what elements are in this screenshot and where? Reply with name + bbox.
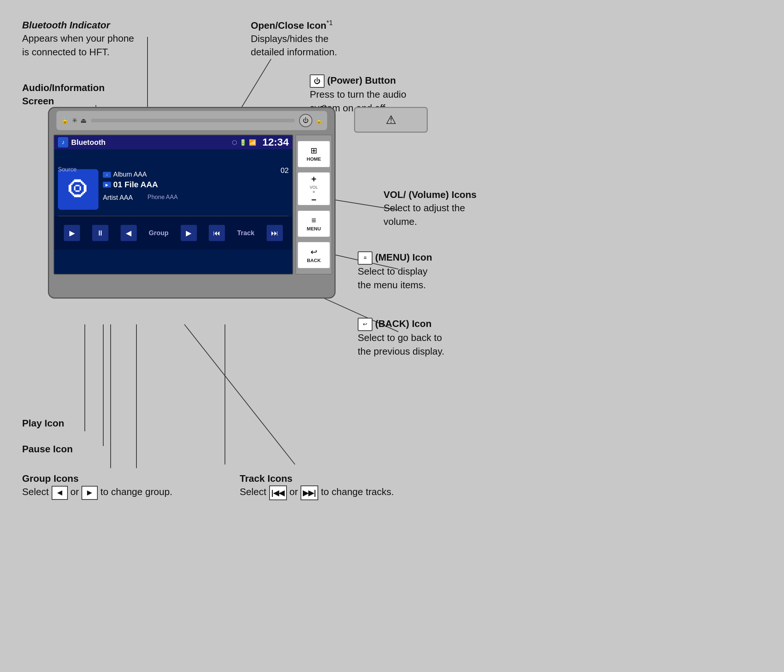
top-bar: 🔒 ✳ ⏏ ⏻ 🔒: [56, 111, 327, 130]
back-icon-title: (BACK) Icon: [375, 318, 431, 329]
album-art: ⭗: [58, 169, 98, 210]
play-button[interactable]: ▶: [64, 225, 80, 241]
open-close-superscript: *1: [327, 19, 333, 26]
phone-name: Phone AAA: [148, 194, 178, 202]
bluetooth-label: Bluetooth: [71, 138, 229, 147]
screen-status-icons: ⬡ 🔋 📶: [232, 139, 256, 146]
menu-icon: ≡: [312, 216, 316, 225]
play-icon-annotation: Play Icon: [22, 416, 64, 430]
pause-icon-title: Pause Icon: [22, 444, 73, 455]
svg-line-11: [184, 324, 295, 464]
file-name: 01 File AAA: [113, 180, 158, 189]
artist-phone-row: Artist AAA Phone AAA: [103, 194, 289, 202]
track-prev-icon: |◀◀: [269, 486, 287, 500]
audio-screen[interactable]: ♪ Bluetooth ⬡ 🔋 📶 12:34 Source 02 ⭗: [53, 135, 293, 275]
bluetooth-indicator-title: Bluetooth Indicator: [22, 20, 110, 31]
vol-annotation: VOL/ (Volume) Icons Select to adjust the…: [384, 188, 476, 228]
screen-controls: ▶ ⏸ ◀ Group ▶ ⏮ Track ⏭: [54, 216, 292, 250]
home-label: HOME: [307, 156, 321, 162]
open-close-title: Open/Close Icon: [251, 20, 327, 31]
source-label: Source: [58, 166, 77, 173]
file-icon: ▶: [103, 182, 111, 188]
play-icon-title: Play Icon: [22, 417, 64, 429]
eject-icon: ⏏: [80, 116, 87, 124]
track-number: 02: [281, 166, 289, 175]
track-icons-annotation: Track Icons Select |◀◀ or ▶▶| to change …: [240, 472, 394, 500]
music-icon: ♪: [58, 137, 68, 147]
track-display: ⭗ ♪ Album AAA ▶ 01 File AAA Artist AAA: [54, 149, 292, 210]
top-right-icon: 🔒: [315, 117, 323, 124]
group-icons-body: Select ◀ or ▶ to change group.: [22, 486, 172, 497]
vol-minus-icon: −: [311, 195, 316, 205]
menu-annotation: ≡ (MENU) Icon Select to displaythe menu …: [358, 251, 432, 292]
track-label: Track: [237, 229, 254, 237]
battery-icon: 🔋: [240, 139, 247, 146]
back-icon-body: Select to go back tothe previous display…: [358, 332, 444, 357]
top-bar-slider: [91, 119, 295, 123]
home-button[interactable]: ⊞ HOME: [298, 141, 330, 168]
outer-bezel: 🔒 ✳ ⏏ ⏻ 🔒 ♪ Bluetooth ⬡ 🔋 📶 12:34: [48, 107, 336, 299]
back-icon: ↩: [311, 247, 317, 257]
lock-icon: 🔒: [61, 116, 69, 124]
power-button[interactable]: ⏻: [299, 114, 312, 127]
back-button[interactable]: ↩ BACK: [298, 242, 330, 268]
device-container: 🔒 ✳ ⏏ ⏻ 🔒 ♪ Bluetooth ⬡ 🔋 📶 12:34: [48, 107, 336, 299]
bluetooth-indicator-body: Appears when your phoneis connected to H…: [22, 33, 134, 57]
pause-button[interactable]: ⏸: [92, 225, 109, 241]
menu-icon-box: ≡: [358, 251, 372, 265]
signal-icon: 📶: [249, 139, 256, 146]
track-icons-title: Track Icons: [240, 473, 292, 484]
menu-button[interactable]: ≡ MENU: [298, 211, 330, 237]
group-left-icon: ◀: [51, 486, 68, 500]
group-right-icon: ▶: [81, 486, 98, 500]
back-label: BACK: [307, 258, 321, 263]
back-icon-box: ↩: [358, 318, 372, 331]
vol-icons-body: Select to adjust thevolume.: [384, 202, 465, 227]
time-display: 12:34: [262, 137, 289, 148]
group-next-button[interactable]: ▶: [181, 225, 197, 241]
bluetooth-large-icon: ⭗: [67, 177, 89, 202]
menu-icon-title: (MENU) Icon: [375, 252, 432, 263]
source-area: Source 02 ⭗ ♪ Album AAA ▶ 01 File AAA: [54, 149, 292, 216]
home-icon: ⊞: [311, 146, 317, 155]
audio-screen-annotation: Audio/InformationScreen: [22, 81, 105, 108]
track-icons-body: Select |◀◀ or ▶▶| to change tracks.: [240, 486, 394, 497]
track-info: ♪ Album AAA ▶ 01 File AAA Artist AAA Pho…: [103, 171, 289, 210]
asterisk-icon: ✳: [72, 116, 78, 124]
group-label: Group: [149, 229, 168, 237]
album-name: Album AAA: [113, 171, 147, 178]
group-icons-annotation: Group Icons Select ◀ or ▶ to change grou…: [22, 472, 172, 500]
track-next-button[interactable]: ⏭: [267, 225, 283, 241]
track-prev-button[interactable]: ⏮: [209, 225, 225, 241]
right-panel: ⊞ HOME + VOL≡ − ≡ MENU ↩ BACK: [296, 135, 332, 275]
artist-name: Artist AAA: [103, 194, 133, 202]
pause-icon-annotation: Pause Icon: [22, 442, 73, 456]
file-row: ▶ 01 File AAA: [103, 180, 289, 189]
vol-button[interactable]: + VOL≡ −: [298, 172, 330, 205]
bluetooth-indicator-annotation: Bluetooth Indicator Appears when your ph…: [22, 19, 134, 59]
audio-screen-title: Audio/InformationScreen: [22, 82, 105, 107]
menu-label: MENU: [307, 226, 321, 231]
menu-icon-body: Select to displaythe menu items.: [358, 266, 428, 290]
album-icon: ♪: [103, 172, 111, 178]
bluetooth-status-icon: ⬡: [232, 139, 237, 146]
vol-label: VOL≡: [310, 185, 318, 194]
top-bar-icons: 🔒 ✳ ⏏: [61, 116, 87, 124]
warning-button[interactable]: ⚠: [354, 107, 428, 133]
group-icons-title: Group Icons: [22, 473, 79, 484]
vol-icons-title: VOL/ (Volume) Icons: [384, 189, 476, 200]
power-icon: ⏻: [310, 74, 325, 88]
open-close-body: Displays/hides thedetailed information.: [251, 33, 337, 57]
warning-icon: ⚠: [386, 113, 397, 127]
vol-plus-icon: +: [311, 174, 316, 184]
power-button-title: (Power) Button: [327, 75, 396, 86]
screen-status-bar: ♪ Bluetooth ⬡ 🔋 📶 12:34: [54, 135, 292, 149]
track-next-icon: ▶▶|: [300, 486, 318, 500]
group-prev-button[interactable]: ◀: [121, 225, 137, 241]
open-close-annotation: Open/Close Icon*1 Displays/hides thedeta…: [251, 19, 337, 59]
album-row: ♪ Album AAA: [103, 171, 289, 178]
back-annotation: ↩ (BACK) Icon Select to go back tothe pr…: [358, 317, 444, 358]
